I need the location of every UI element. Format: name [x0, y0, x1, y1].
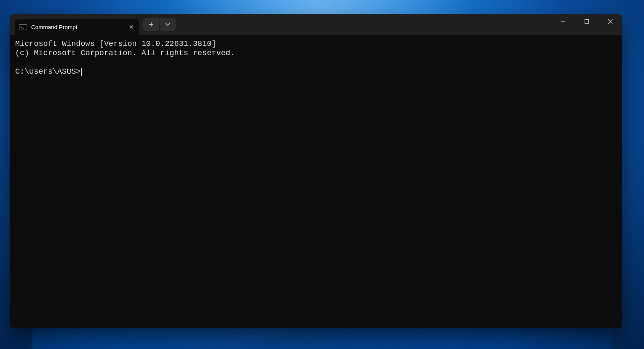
svg-rect-8	[585, 20, 589, 24]
titlebar[interactable]: Command Prompt	[10, 14, 622, 35]
window-controls	[551, 14, 622, 29]
maximize-icon	[584, 19, 589, 24]
terminal-line: Microsoft Windows [Version 10.0.22631.38…	[15, 40, 216, 48]
tab-title: Command Prompt	[31, 24, 126, 30]
tab-close-button[interactable]	[126, 21, 137, 33]
window-close-button[interactable]	[599, 14, 622, 29]
minimize-button[interactable]	[551, 14, 575, 29]
terminal-line: (c) Microsoft Corporation. All rights re…	[15, 49, 235, 58]
chevron-down-icon	[165, 23, 170, 26]
tab-command-prompt[interactable]: Command Prompt	[15, 19, 139, 35]
close-icon	[608, 19, 613, 24]
close-icon	[129, 25, 134, 29]
terminal-prompt: C:\Users\ASUS>	[15, 67, 80, 77]
terminal-output[interactable]: Microsoft Windows [Version 10.0.22631.38…	[10, 35, 622, 328]
tab-actions-group	[143, 18, 176, 31]
minimize-icon	[561, 19, 566, 24]
plus-icon	[149, 22, 154, 27]
svg-rect-1	[19, 24, 27, 25]
new-tab-button[interactable]	[143, 18, 160, 31]
tab-dropdown-button[interactable]	[160, 18, 176, 31]
terminal-window: Command Prompt	[10, 14, 622, 328]
text-cursor	[81, 68, 82, 76]
maximize-button[interactable]	[575, 14, 599, 29]
terminal-prompt-line: C:\Users\ASUS>	[15, 67, 617, 77]
cmd-icon	[19, 24, 27, 30]
